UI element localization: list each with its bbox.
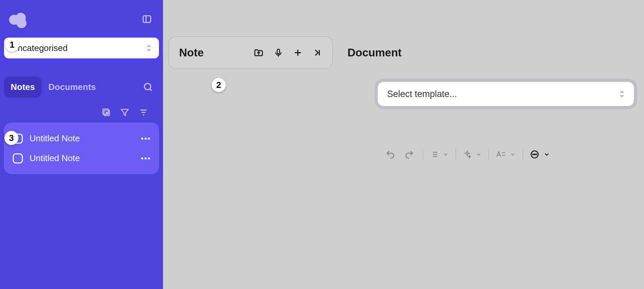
text-style-icon bbox=[496, 150, 506, 159]
svg-point-13 bbox=[145, 138, 147, 140]
callout-badge-3: 3 bbox=[4, 131, 18, 145]
ai-button[interactable] bbox=[461, 146, 484, 163]
svg-marker-8 bbox=[121, 109, 128, 116]
undo-button[interactable] bbox=[382, 146, 399, 163]
note-more-button[interactable] bbox=[141, 157, 150, 160]
chevron-last-icon bbox=[313, 48, 322, 57]
chevron-updown-icon bbox=[146, 44, 152, 52]
app-logo bbox=[9, 9, 28, 29]
category-dropdown[interactable]: Uncategorised bbox=[4, 38, 159, 58]
sidebar: Uncategorised Notes Documents bbox=[0, 0, 163, 289]
search-icon bbox=[143, 82, 154, 93]
callout-badge-2: 2 bbox=[212, 78, 226, 92]
template-placeholder: Select template... bbox=[387, 89, 457, 99]
document-panel-title: Document bbox=[347, 46, 401, 59]
notes-list: Untitled Note Untitled Note bbox=[4, 123, 159, 174]
svg-line-3 bbox=[150, 89, 152, 91]
add-note-button[interactable] bbox=[293, 48, 303, 57]
more-horizontal-icon bbox=[141, 137, 150, 140]
microphone-icon bbox=[274, 48, 283, 58]
chevron-updown-icon bbox=[619, 90, 625, 98]
toolbar-divider bbox=[523, 148, 523, 161]
callout-badge-1: 1 bbox=[5, 38, 19, 52]
redo-icon bbox=[404, 149, 414, 159]
redo-button[interactable] bbox=[400, 146, 418, 163]
svg-rect-0 bbox=[143, 16, 151, 22]
toolbar-divider bbox=[488, 148, 489, 161]
more-horizontal-icon bbox=[141, 157, 150, 160]
chevron-down-icon bbox=[443, 151, 449, 157]
collapse-sidebar-button[interactable] bbox=[140, 12, 154, 27]
toolbar-divider bbox=[455, 148, 456, 161]
chevron-down-icon bbox=[543, 151, 550, 158]
archive-button[interactable] bbox=[101, 108, 111, 117]
folder-up-icon bbox=[254, 48, 264, 58]
note-item[interactable]: Untitled Note bbox=[7, 129, 156, 148]
search-button[interactable] bbox=[140, 79, 157, 96]
note-title: Untitled Note bbox=[30, 153, 80, 163]
note-list-toolbar bbox=[4, 98, 159, 121]
panel-left-icon bbox=[142, 14, 152, 24]
more-circle-icon bbox=[530, 150, 539, 159]
more-options-button[interactable] bbox=[528, 146, 552, 163]
sort-icon bbox=[139, 108, 148, 117]
chevron-down-icon bbox=[476, 151, 482, 157]
collapse-note-button[interactable] bbox=[313, 48, 322, 57]
sidebar-tabs: Notes Documents bbox=[4, 77, 159, 98]
filter-button[interactable] bbox=[120, 108, 129, 117]
list-icon bbox=[430, 150, 439, 159]
svg-point-17 bbox=[148, 157, 150, 159]
svg-point-12 bbox=[141, 138, 143, 140]
svg-point-15 bbox=[141, 157, 143, 159]
export-note-button[interactable] bbox=[254, 48, 264, 58]
chevron-down-icon bbox=[510, 151, 516, 157]
svg-point-36 bbox=[536, 154, 537, 155]
note-panel-header: Note bbox=[168, 36, 333, 69]
text-style-button[interactable] bbox=[494, 146, 518, 163]
editor-toolbar bbox=[382, 146, 552, 163]
undo-icon bbox=[385, 149, 395, 159]
tab-notes[interactable]: Notes bbox=[4, 77, 42, 98]
record-audio-button[interactable] bbox=[274, 48, 283, 58]
archive-icon bbox=[101, 108, 111, 117]
svg-point-34 bbox=[533, 154, 533, 155]
toolbar-divider bbox=[423, 148, 423, 161]
template-dropdown[interactable]: Select template... bbox=[378, 82, 634, 106]
category-selected-label: Uncategorised bbox=[11, 43, 68, 53]
main-topbar bbox=[163, 0, 644, 36]
list-style-button[interactable] bbox=[428, 146, 451, 163]
note-more-button[interactable] bbox=[141, 137, 150, 140]
sort-button[interactable] bbox=[139, 108, 148, 117]
svg-point-14 bbox=[148, 138, 150, 140]
note-checkbox[interactable] bbox=[13, 153, 23, 163]
svg-point-2 bbox=[145, 83, 151, 90]
svg-rect-19 bbox=[277, 49, 280, 54]
document-panel-header: Document bbox=[337, 36, 644, 69]
sparkle-icon bbox=[463, 150, 472, 159]
plus-icon bbox=[293, 48, 303, 57]
funnel-icon bbox=[120, 108, 129, 117]
note-item[interactable]: Untitled Note bbox=[7, 148, 156, 168]
note-title: Untitled Note bbox=[30, 133, 80, 144]
svg-point-16 bbox=[145, 157, 147, 159]
svg-point-35 bbox=[534, 154, 535, 155]
tab-documents[interactable]: Documents bbox=[42, 77, 103, 98]
note-panel-title: Note bbox=[179, 46, 204, 59]
main-area: Note Document Select template... bbox=[163, 0, 644, 289]
